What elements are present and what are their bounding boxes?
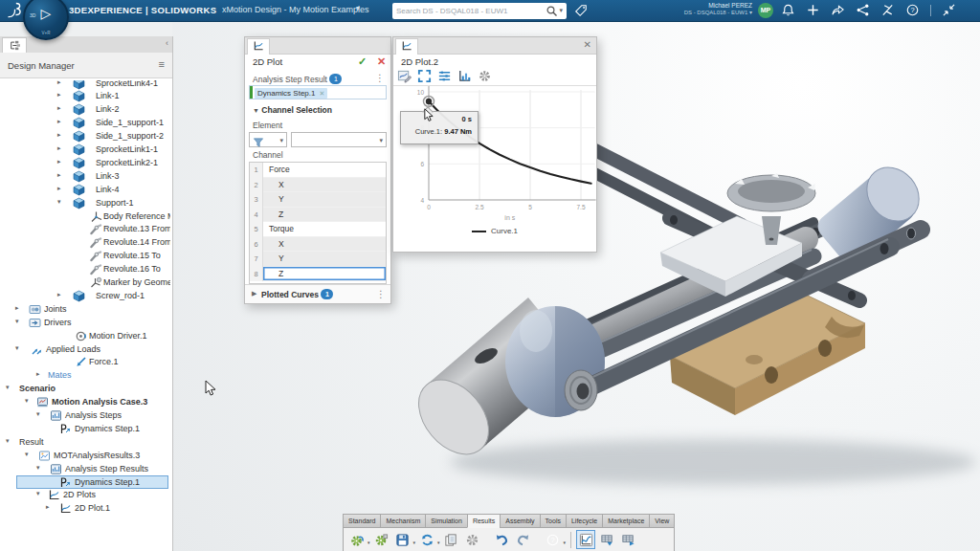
step-result-field[interactable]: Dynamics Step.1✕ — [249, 85, 387, 99]
tree-item-revolute-13-from[interactable]: Revolute.13 From — [0, 223, 170, 236]
channel-label[interactable]: X — [263, 237, 386, 253]
expand-icon[interactable]: ▾ — [15, 344, 19, 352]
channel-row-1[interactable]: 1Force — [250, 163, 386, 178]
tree-item-revolute-16-to[interactable]: Revolute.16 To — [0, 263, 170, 276]
dropdown-caret-icon[interactable]: ▾ — [437, 540, 440, 545]
channel-label[interactable]: Y — [263, 192, 386, 208]
expand-icon[interactable]: ▸ — [57, 91, 61, 99]
expand-icon[interactable]: ▾ — [25, 397, 29, 405]
panel-menu-icon[interactable]: ≡ — [159, 58, 165, 70]
expand-icon[interactable]: ▶ — [252, 290, 256, 298]
tree-item-marker-by-geometry-6[interactable]: Marker by Geometry.6 — [0, 276, 170, 290]
tree-item-link-4[interactable]: ▸Link-4 — [0, 183, 170, 196]
user-menu[interactable]: Michael PEREZ DS - DSQAL018 - EUW1 ▾ — [660, 2, 752, 17]
3dexperience-compass[interactable]: ▷ 3D V+R — [23, 0, 69, 40]
expand-icon[interactable]: ▸ — [57, 171, 61, 179]
step-chip[interactable]: Dynamics Step.1✕ — [255, 88, 327, 99]
tree-item-dynamics-step-1[interactable]: Dynamics Step.1 — [0, 422, 170, 435]
2d-plot2-tab[interactable] — [395, 38, 418, 55]
expand-icon[interactable]: ▸ — [46, 503, 50, 511]
tree-item-motion-driver-1[interactable]: Motion Driver.1 — [0, 329, 170, 342]
tab-marketplace[interactable]: Marketplace — [602, 514, 649, 528]
tab-lifecycle[interactable]: Lifecycle — [566, 514, 602, 528]
tree-item-screw-rod-1[interactable]: ▸Screw_rod-1 — [0, 289, 170, 302]
tree-item-link-2[interactable]: ▸Link-2 — [0, 103, 170, 117]
edit-plot-icon[interactable] — [397, 69, 412, 83]
expand-icon[interactable]: ▾ — [36, 464, 40, 472]
channel-row-7[interactable]: 7Y — [250, 252, 386, 267]
tree-item-revolute-15-to[interactable]: Revolute.15 To — [0, 250, 170, 263]
expand-icon[interactable]: ▸ — [57, 118, 61, 125]
expand-icon[interactable]: ▾ — [36, 410, 40, 418]
add-icon[interactable] — [806, 3, 820, 17]
tree-item-revolute-14-from[interactable]: Revolute.14 From — [0, 236, 170, 250]
help-button[interactable]: ? — [544, 530, 563, 549]
expand-icon[interactable]: ▸ — [57, 104, 61, 112]
channel-row-3[interactable]: 3Y — [250, 192, 386, 208]
channel-row-4[interactable]: 4Z — [250, 208, 386, 223]
redo-button[interactable] — [514, 530, 533, 549]
tree-item-mates[interactable]: ▸Mates — [0, 369, 170, 383]
plotted-curves-footer[interactable]: ▶ Plotted Curves 1 ⋮ — [245, 284, 390, 303]
tree-item-dynamics-step-1[interactable]: Dynamics Step.1 — [0, 475, 170, 489]
tree-item-analysis-step-results[interactable]: ▾Analysis Step Results — [0, 462, 170, 475]
tab-results[interactable]: Results — [467, 514, 500, 528]
options-button[interactable] — [372, 530, 391, 549]
filter-dropdown[interactable]: ▾ — [249, 132, 287, 147]
collapse-panel-icon[interactable]: ‹ — [166, 38, 168, 48]
channel-label[interactable]: Torque — [263, 222, 386, 237]
channel-label[interactable]: Z — [263, 208, 386, 223]
app-title[interactable]: xMotion Design - My Motion Examples — [222, 5, 369, 14]
2d-plot-button[interactable] — [576, 530, 595, 549]
avatar[interactable]: MP — [758, 3, 773, 18]
expand-icon[interactable]: ▸ — [57, 291, 61, 298]
search-box[interactable]: ▾ — [392, 3, 567, 19]
tab-simulation[interactable]: Simulation — [425, 514, 467, 528]
expand-icon[interactable]: ▸ — [36, 370, 40, 378]
model-pin-joint[interactable] — [565, 370, 597, 410]
axes-options-icon[interactable] — [457, 69, 472, 83]
export-results-button[interactable] — [597, 530, 616, 549]
export-curve-button[interactable] — [618, 530, 637, 549]
design-manager-tab[interactable] — [2, 37, 27, 54]
channel-label[interactable]: X — [263, 178, 386, 193]
tree-item-motanalysisresults-3[interactable]: ▾MOTAnalysisResults.3 — [0, 449, 170, 462]
tree-item-scenario[interactable]: ▾Scenario — [0, 383, 170, 396]
expand-icon[interactable]: ▸ — [57, 158, 61, 165]
channel-selection-header[interactable]: ▼ Channel Selection — [253, 105, 332, 115]
remove-chip-icon[interactable]: ✕ — [319, 88, 324, 99]
tree-item-link-1[interactable]: ▸Link-1 — [0, 90, 170, 103]
expand-icon[interactable]: ▸ — [57, 144, 61, 152]
tree-item-side-1-support-2[interactable]: ▸Side_1_support-2 — [0, 130, 170, 143]
help-icon[interactable]: ? — [905, 3, 920, 17]
channel-row-2[interactable]: 2X — [250, 178, 386, 193]
expand-icon[interactable]: ▾ — [36, 490, 40, 497]
search-scope-caret-icon[interactable]: ▾ — [558, 7, 567, 14]
expand-icon[interactable]: ▾ — [6, 384, 10, 391]
expand-icon[interactable]: ▾ — [6, 437, 10, 445]
tab-view[interactable]: View — [649, 514, 675, 528]
save-button[interactable] — [393, 530, 412, 549]
copy-settings-button[interactable] — [442, 530, 461, 549]
channel-row-5[interactable]: 5Torque — [250, 222, 386, 237]
cancel-button[interactable]: ✕ — [377, 55, 386, 68]
dropdown-caret-icon[interactable]: ▾ — [368, 540, 370, 545]
tree-item-2d-plots[interactable]: ▾2D Plots — [0, 489, 170, 502]
chart[interactable]: 4681002.557.5in s — [393, 85, 596, 227]
ok-button[interactable]: ✓ — [358, 55, 367, 68]
expand-icon[interactable]: ▸ — [57, 80, 61, 86]
search-input[interactable] — [392, 7, 546, 15]
tree-item-sprocketlink2-1[interactable]: ▸SprocketLink2-1 — [0, 156, 170, 169]
2d-plot-tab[interactable] — [247, 38, 270, 55]
tab-assembly[interactable]: Assembly — [500, 514, 539, 528]
tag-icon[interactable] — [574, 4, 588, 17]
channel-row-8[interactable]: 8Z — [250, 267, 386, 282]
tree-item-body-reference-mark-[interactable]: Body Reference Mark... — [0, 209, 170, 223]
tree-item-applied-loads[interactable]: ▾Applied Loads — [0, 342, 170, 356]
channel-row-6[interactable]: 6X — [250, 237, 386, 253]
tab-tools[interactable]: Tools — [540, 514, 566, 528]
channel-label[interactable]: Z — [263, 267, 386, 282]
expand-icon[interactable]: ▾ — [57, 198, 61, 206]
expand-icon[interactable]: ▸ — [57, 185, 61, 192]
collaborate-icon[interactable] — [856, 3, 870, 17]
